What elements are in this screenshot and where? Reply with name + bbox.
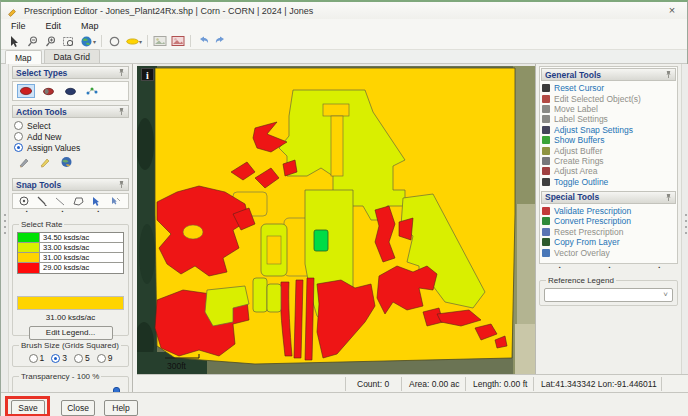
zoom-out-icon[interactable] xyxy=(23,34,41,49)
brush-size-option-5[interactable]: 5 xyxy=(74,353,90,363)
action-option-select[interactable]: Select xyxy=(14,120,127,131)
menu-file[interactable]: File xyxy=(1,21,36,31)
grip-mark-icon: ▪ xyxy=(609,264,611,271)
tool-item-label: Create Rings xyxy=(554,156,604,166)
radio-label: 1 xyxy=(40,353,45,363)
special-tools-title: Special Tools xyxy=(545,192,599,202)
tool-item-convert-prescription[interactable]: Convert Prescription xyxy=(542,216,675,226)
tool-item-copy-from-layer[interactable]: Copy From Layer xyxy=(542,237,675,247)
menubar: File Edit Map xyxy=(1,19,687,33)
map-info-button[interactable]: i xyxy=(141,68,154,81)
zoom-extent-icon[interactable] xyxy=(59,34,77,49)
polygon-partial-type-icon[interactable] xyxy=(39,84,57,98)
dropdown-caret-icon[interactable]: ▪ xyxy=(26,209,28,215)
vertex-points-type-icon[interactable] xyxy=(83,84,101,98)
window-title: Prescription Editor - Jones_Plant24Rx.sh… xyxy=(24,6,313,16)
vector-overlay-icon xyxy=(542,249,550,257)
right-collapse-strip[interactable] xyxy=(681,64,688,374)
menu-edit[interactable]: Edit xyxy=(36,21,72,31)
dropdown-caret-icon[interactable]: ▪ xyxy=(62,209,64,215)
tool-item-toggle-outline[interactable]: Toggle Outline xyxy=(542,177,675,187)
snap-dropdown-arrows: ▪▪▪ xyxy=(12,209,129,215)
close-button[interactable]: Close xyxy=(61,400,95,416)
tool-item-label: Validate Prescription xyxy=(554,206,631,216)
map-viewport[interactable]: 300ft i xyxy=(137,64,535,374)
rate-legend-row[interactable]: 33.00 ksds/ac xyxy=(18,243,123,253)
reset-prescription-icon xyxy=(542,228,550,236)
tool-item-label: Adjust Snap Settings xyxy=(554,125,633,135)
reference-legend-select[interactable] xyxy=(544,288,673,302)
snap-tools-header[interactable]: Snap Tools xyxy=(12,178,129,191)
radio-icon[interactable] xyxy=(51,354,60,363)
radio-icon[interactable] xyxy=(14,143,23,152)
rate-legend-row[interactable]: 31.00 ksds/ac xyxy=(18,253,123,263)
snap-line-icon[interactable] xyxy=(54,195,66,207)
left-collapse-strip[interactable] xyxy=(1,64,9,392)
tab-data-grid[interactable]: Data Grid xyxy=(44,49,100,63)
zoom-in-icon[interactable] xyxy=(41,34,59,49)
action-option-add-new[interactable]: Add New xyxy=(14,131,127,142)
tool-item-adjust-area: Adjust Area xyxy=(542,166,675,176)
rate-legend-row[interactable]: 29.00 ksds/ac xyxy=(18,263,123,273)
pushpin-icon[interactable] xyxy=(665,70,672,79)
tool-item-reset-cursor[interactable]: Reset Cursor xyxy=(542,83,675,93)
polygon-fill-type-icon[interactable] xyxy=(17,84,35,98)
radio-icon[interactable] xyxy=(74,354,83,363)
snap-line-pen-icon[interactable] xyxy=(36,195,48,207)
create-rings-icon xyxy=(542,157,550,165)
radio-icon[interactable] xyxy=(29,354,38,363)
pushpin-icon[interactable] xyxy=(665,193,672,202)
radio-icon[interactable] xyxy=(14,121,23,130)
action-option-assign-values[interactable]: Assign Values xyxy=(14,142,127,153)
left-tool-panel: Select Types Action Tools SelectAdd NewA… xyxy=(9,64,133,392)
action-tools-header[interactable]: Action Tools xyxy=(12,105,129,118)
pushpin-icon[interactable] xyxy=(118,180,125,189)
snap-polygon-icon[interactable] xyxy=(72,195,85,207)
snap-point-icon[interactable] xyxy=(18,195,30,207)
radio-icon[interactable] xyxy=(97,354,106,363)
prescription-map[interactable]: 300ft xyxy=(137,64,535,374)
brush-size-group: Brush Size (Grids Squared) 1359 xyxy=(12,341,129,367)
brush-size-option-9[interactable]: 9 xyxy=(97,353,113,363)
tool-item-label: Show Buffers xyxy=(554,135,604,145)
select-rate-group: Select Rate 34.50 ksds/ac33.00 ksds/ac31… xyxy=(12,220,129,336)
radio-icon[interactable] xyxy=(14,132,23,141)
snapshot-icon[interactable] xyxy=(151,34,169,49)
fill-brush-icon[interactable] xyxy=(39,156,52,168)
dropdown-caret-icon[interactable]: ▪ xyxy=(98,209,100,215)
tool-item-edit-selected-object-s: Edit Selected Object(s) xyxy=(542,93,675,103)
general-tools-header[interactable]: General Tools xyxy=(541,68,676,81)
special-tools-header[interactable]: Special Tools xyxy=(541,191,676,204)
assign-globe-icon[interactable] xyxy=(60,156,73,168)
menu-map[interactable]: Map xyxy=(71,21,109,31)
pushpin-icon[interactable] xyxy=(118,68,125,77)
titlebar: Prescription Editor - Jones_Plant24Rx.sh… xyxy=(1,2,687,19)
polygon-dark-type-icon[interactable] xyxy=(61,84,79,98)
rate-legend-table: 34.50 ksds/ac33.00 ksds/ac31.00 ksds/ac2… xyxy=(17,232,124,274)
rate-legend-row[interactable]: 34.50 ksds/ac xyxy=(18,233,123,243)
brush-size-title: Brush Size (Grids Squared) xyxy=(19,341,121,350)
globe-dropdown-caret-icon[interactable]: ▾ xyxy=(93,38,96,45)
ellipse-tool-icon[interactable] xyxy=(105,34,123,49)
brush-size-option-1[interactable]: 1 xyxy=(29,353,45,363)
tool-item-adjust-snap-settings[interactable]: Adjust Snap Settings xyxy=(542,125,675,135)
redo-icon[interactable] xyxy=(212,34,230,49)
tool-item-label: Copy From Layer xyxy=(554,237,620,247)
tool-item-show-buffers[interactable]: Show Buffers xyxy=(542,135,675,145)
oval-dropdown-caret-icon[interactable]: ▾ xyxy=(139,38,142,45)
help-button[interactable]: Help xyxy=(104,400,138,416)
select-types-header[interactable]: Select Types xyxy=(12,66,129,79)
snap-edge-arrow-icon[interactable] xyxy=(109,195,121,207)
brush-size-option-3[interactable]: 3 xyxy=(51,353,67,363)
tab-map[interactable]: Map xyxy=(5,50,42,64)
pushpin-icon[interactable] xyxy=(118,107,125,116)
undo-icon[interactable] xyxy=(194,34,212,49)
edit-legend-button[interactable]: Edit Legend... xyxy=(29,326,113,340)
pointer-cursor-icon[interactable] xyxy=(5,34,23,49)
snap-vertex-arrow-icon[interactable] xyxy=(91,195,103,207)
export-image-icon[interactable] xyxy=(169,34,187,49)
grip-mark-icon: ▪ xyxy=(659,264,661,271)
close-icon[interactable]: × xyxy=(665,3,679,17)
tool-item-validate-prescription[interactable]: Validate Prescription xyxy=(542,206,675,216)
paint-brush-icon[interactable] xyxy=(18,156,31,168)
